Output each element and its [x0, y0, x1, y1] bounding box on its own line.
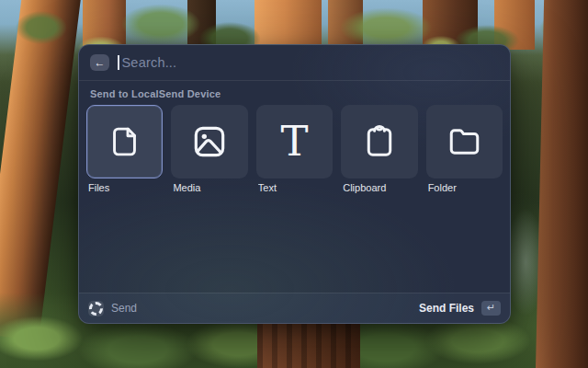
text-cursor: [118, 55, 119, 70]
empty-results-area: [79, 193, 510, 293]
tile-files[interactable]: Files: [86, 105, 163, 193]
file-icon: [107, 122, 141, 161]
tree-trunk: [536, 0, 588, 368]
tile-media[interactable]: Media: [171, 105, 247, 193]
send-options-grid: Files Media T Text: [79, 105, 510, 193]
back-button[interactable]: ←: [90, 54, 109, 71]
tile-folder[interactable]: Folder: [426, 105, 503, 193]
localsend-wheel-icon: [88, 301, 104, 316]
tile-label: Text: [258, 182, 332, 193]
tree-trunk: [257, 322, 360, 368]
footer-bar: Send Send Files ↵: [79, 293, 510, 323]
tile-label: Folder: [428, 182, 502, 193]
clipboard-icon: [362, 122, 397, 161]
tile-media-button[interactable]: [171, 105, 247, 178]
tile-folder-button[interactable]: [426, 105, 503, 178]
tile-clipboard-button[interactable]: [341, 105, 417, 178]
enter-key-icon[interactable]: ↵: [481, 301, 501, 316]
arrow-left-icon: ←: [95, 57, 106, 68]
tile-label: Media: [173, 182, 246, 193]
wheel-glyph: [89, 302, 103, 316]
tile-files-button[interactable]: [86, 105, 163, 178]
section-title: Send to LocalSend Device: [90, 88, 499, 99]
image-icon: [191, 123, 228, 160]
tile-label: Clipboard: [343, 182, 416, 193]
search-input[interactable]: Search...: [122, 55, 177, 70]
text-icon: T: [281, 121, 309, 162]
primary-action-button[interactable]: Send Files: [419, 302, 474, 315]
tile-clipboard[interactable]: Clipboard: [341, 105, 417, 193]
tile-text[interactable]: T Text: [256, 105, 333, 193]
search-bar: ← Search...: [79, 45, 510, 81]
folder-icon: [446, 124, 483, 159]
launcher-window: ← Search... Send to LocalSend Device Fil…: [78, 44, 511, 324]
tile-label: Files: [88, 182, 162, 193]
tile-text-button[interactable]: T: [256, 105, 333, 178]
footer-app-label: Send: [111, 302, 137, 315]
